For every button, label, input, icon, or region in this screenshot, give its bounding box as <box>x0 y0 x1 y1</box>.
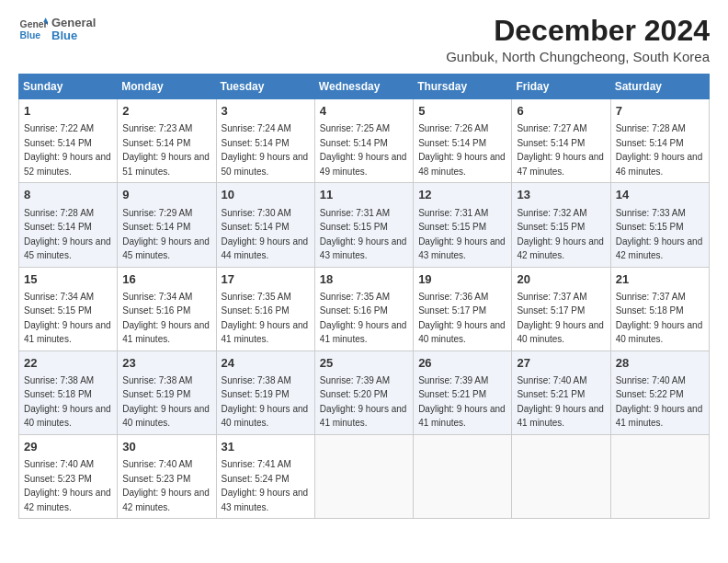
day-number: 25 <box>320 355 408 372</box>
calendar-day-22: 22 Sunrise: 7:38 AM Sunset: 5:18 PM Dayl… <box>19 350 118 434</box>
day-info: Sunrise: 7:38 AM Sunset: 5:19 PM Dayligh… <box>122 375 210 429</box>
day-info: Sunrise: 7:37 AM Sunset: 5:17 PM Dayligh… <box>517 292 604 345</box>
calendar-day-4: 4 Sunrise: 7:25 AM Sunset: 5:14 PM Dayli… <box>314 99 413 183</box>
day-number: 13 <box>517 187 605 203</box>
day-info: Sunrise: 7:29 AM Sunset: 5:14 PM Dayligh… <box>122 208 210 261</box>
calendar-day-27: 27 Sunrise: 7:40 AM Sunset: 5:21 PM Dayl… <box>512 350 610 434</box>
calendar-empty-cell <box>512 434 610 518</box>
calendar-day-29: 29 Sunrise: 7:40 AM Sunset: 5:23 PM Dayl… <box>19 434 118 518</box>
logo: General Blue General Blue <box>18 15 96 44</box>
day-number: 19 <box>418 271 506 288</box>
day-number: 9 <box>122 187 210 203</box>
calendar-empty-cell <box>314 434 413 518</box>
calendar-empty-cell <box>610 434 709 518</box>
calendar-day-15: 15 Sunrise: 7:34 AM Sunset: 5:15 PM Dayl… <box>19 267 118 350</box>
day-number: 4 <box>320 103 408 120</box>
day-number: 16 <box>122 271 210 288</box>
day-number: 29 <box>24 439 112 455</box>
day-info: Sunrise: 7:27 AM Sunset: 5:14 PM Dayligh… <box>517 123 604 177</box>
day-info: Sunrise: 7:35 AM Sunset: 5:16 PM Dayligh… <box>320 292 407 345</box>
weekday-header-tuesday: Tuesday <box>216 75 314 99</box>
day-info: Sunrise: 7:36 AM Sunset: 5:17 PM Dayligh… <box>418 292 506 345</box>
day-info: Sunrise: 7:28 AM Sunset: 5:14 PM Dayligh… <box>616 123 703 177</box>
calendar-day-13: 13 Sunrise: 7:32 AM Sunset: 5:15 PM Dayl… <box>512 183 610 267</box>
day-info: Sunrise: 7:35 AM Sunset: 5:16 PM Dayligh… <box>222 292 309 345</box>
day-number: 5 <box>418 103 506 120</box>
day-info: Sunrise: 7:24 AM Sunset: 5:14 PM Dayligh… <box>222 123 309 177</box>
day-info: Sunrise: 7:40 AM Sunset: 5:22 PM Dayligh… <box>616 375 703 429</box>
day-number: 22 <box>24 355 112 372</box>
calendar-week-4: 22 Sunrise: 7:38 AM Sunset: 5:18 PM Dayl… <box>19 350 710 434</box>
day-number: 17 <box>222 271 310 288</box>
day-info: Sunrise: 7:34 AM Sunset: 5:16 PM Dayligh… <box>122 292 210 345</box>
day-number: 12 <box>418 187 506 203</box>
day-number: 10 <box>222 187 310 203</box>
calendar-day-2: 2 Sunrise: 7:23 AM Sunset: 5:14 PM Dayli… <box>118 99 216 183</box>
calendar-header: SundayMondayTuesdayWednesdayThursdayFrid… <box>19 75 710 99</box>
logo-general: General <box>51 17 96 29</box>
calendar-day-5: 5 Sunrise: 7:26 AM Sunset: 5:14 PM Dayli… <box>414 99 512 183</box>
weekday-header-monday: Monday <box>118 75 216 99</box>
day-info: Sunrise: 7:31 AM Sunset: 5:15 PM Dayligh… <box>418 208 506 261</box>
calendar-day-8: 8 Sunrise: 7:28 AM Sunset: 5:14 PM Dayli… <box>19 183 118 267</box>
calendar-day-17: 17 Sunrise: 7:35 AM Sunset: 5:16 PM Dayl… <box>216 267 314 350</box>
calendar-day-3: 3 Sunrise: 7:24 AM Sunset: 5:14 PM Dayli… <box>216 99 314 183</box>
day-info: Sunrise: 7:40 AM Sunset: 5:23 PM Dayligh… <box>122 459 210 512</box>
day-info: Sunrise: 7:23 AM Sunset: 5:14 PM Dayligh… <box>122 123 210 177</box>
calendar-week-2: 8 Sunrise: 7:28 AM Sunset: 5:14 PM Dayli… <box>19 183 710 267</box>
day-info: Sunrise: 7:30 AM Sunset: 5:14 PM Dayligh… <box>222 208 309 261</box>
day-number: 15 <box>24 271 112 288</box>
calendar-day-7: 7 Sunrise: 7:28 AM Sunset: 5:14 PM Dayli… <box>610 99 709 183</box>
calendar-empty-cell <box>414 434 512 518</box>
weekday-header-friday: Friday <box>512 75 610 99</box>
calendar-day-31: 31 Sunrise: 7:41 AM Sunset: 5:24 PM Dayl… <box>216 434 314 518</box>
svg-text:General: General <box>20 19 48 29</box>
day-info: Sunrise: 7:39 AM Sunset: 5:20 PM Dayligh… <box>320 375 407 429</box>
calendar-day-9: 9 Sunrise: 7:29 AM Sunset: 5:14 PM Dayli… <box>118 183 216 267</box>
title-block: December 2024 Gunbuk, North Chungcheong,… <box>446 15 710 64</box>
day-number: 11 <box>320 187 408 203</box>
day-number: 20 <box>517 271 605 288</box>
weekday-header-row: SundayMondayTuesdayWednesdayThursdayFrid… <box>19 75 710 99</box>
subtitle: Gunbuk, North Chungcheong, South Korea <box>446 49 710 64</box>
day-number: 30 <box>122 439 210 455</box>
weekday-header-saturday: Saturday <box>610 75 709 99</box>
day-info: Sunrise: 7:38 AM Sunset: 5:19 PM Dayligh… <box>222 375 309 429</box>
day-number: 21 <box>616 271 704 288</box>
calendar-day-30: 30 Sunrise: 7:40 AM Sunset: 5:23 PM Dayl… <box>118 434 216 518</box>
calendar-body: 1 Sunrise: 7:22 AM Sunset: 5:14 PM Dayli… <box>19 99 710 519</box>
calendar-day-18: 18 Sunrise: 7:35 AM Sunset: 5:16 PM Dayl… <box>314 267 413 350</box>
month-title: December 2024 <box>446 15 710 47</box>
weekday-header-wednesday: Wednesday <box>314 75 413 99</box>
day-number: 27 <box>517 355 605 372</box>
day-number: 31 <box>222 439 310 455</box>
day-number: 6 <box>517 103 605 120</box>
calendar-day-28: 28 Sunrise: 7:40 AM Sunset: 5:22 PM Dayl… <box>610 350 709 434</box>
day-info: Sunrise: 7:39 AM Sunset: 5:21 PM Dayligh… <box>418 375 506 429</box>
calendar-day-20: 20 Sunrise: 7:37 AM Sunset: 5:17 PM Dayl… <box>512 267 610 350</box>
day-number: 7 <box>616 103 704 120</box>
calendar-day-24: 24 Sunrise: 7:38 AM Sunset: 5:19 PM Dayl… <box>216 350 314 434</box>
calendar-day-21: 21 Sunrise: 7:37 AM Sunset: 5:18 PM Dayl… <box>610 267 709 350</box>
calendar-day-25: 25 Sunrise: 7:39 AM Sunset: 5:20 PM Dayl… <box>314 350 413 434</box>
day-info: Sunrise: 7:32 AM Sunset: 5:15 PM Dayligh… <box>517 208 604 261</box>
day-info: Sunrise: 7:22 AM Sunset: 5:14 PM Dayligh… <box>24 123 111 177</box>
day-info: Sunrise: 7:26 AM Sunset: 5:14 PM Dayligh… <box>418 123 506 177</box>
calendar-week-1: 1 Sunrise: 7:22 AM Sunset: 5:14 PM Dayli… <box>19 99 710 183</box>
day-number: 2 <box>122 103 210 120</box>
day-info: Sunrise: 7:40 AM Sunset: 5:23 PM Dayligh… <box>24 459 111 512</box>
day-info: Sunrise: 7:40 AM Sunset: 5:21 PM Dayligh… <box>517 375 604 429</box>
weekday-header-sunday: Sunday <box>19 75 118 99</box>
calendar-day-11: 11 Sunrise: 7:31 AM Sunset: 5:15 PM Dayl… <box>314 183 413 267</box>
day-info: Sunrise: 7:41 AM Sunset: 5:24 PM Dayligh… <box>222 459 309 512</box>
calendar-day-16: 16 Sunrise: 7:34 AM Sunset: 5:16 PM Dayl… <box>118 267 216 350</box>
logo-icon: General Blue <box>18 15 48 44</box>
calendar-day-1: 1 Sunrise: 7:22 AM Sunset: 5:14 PM Dayli… <box>19 99 118 183</box>
calendar-day-19: 19 Sunrise: 7:36 AM Sunset: 5:17 PM Dayl… <box>414 267 512 350</box>
page-header: General Blue General Blue December 2024 … <box>18 15 710 64</box>
day-info: Sunrise: 7:34 AM Sunset: 5:15 PM Dayligh… <box>24 292 111 345</box>
day-info: Sunrise: 7:28 AM Sunset: 5:14 PM Dayligh… <box>24 208 111 261</box>
day-info: Sunrise: 7:38 AM Sunset: 5:18 PM Dayligh… <box>24 375 111 429</box>
logo-text: General Blue <box>51 17 96 43</box>
weekday-header-thursday: Thursday <box>414 75 512 99</box>
